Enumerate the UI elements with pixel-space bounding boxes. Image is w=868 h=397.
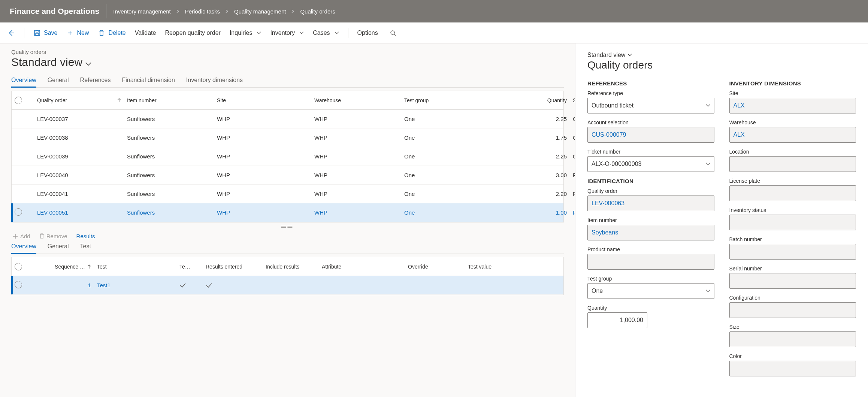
reopen-button[interactable]: Reopen quality order	[165, 30, 221, 36]
ticket-number-select[interactable]: ALX-O-000000003	[587, 156, 714, 172]
field-label: Warehouse	[729, 119, 856, 125]
col-status[interactable]: Status	[570, 97, 575, 103]
field-label: Account selection	[587, 119, 714, 125]
table-row[interactable]: LEV-000051SunflowersWHPWHPOne1.00Pass	[12, 203, 563, 222]
cell-status: Pass	[570, 191, 575, 197]
account-selection-input[interactable]: CUS-000079	[587, 127, 714, 143]
inquiries-menu[interactable]: Inquiries	[230, 30, 261, 36]
col-sequence[interactable]: Sequence …	[34, 264, 94, 270]
detail-view-selector[interactable]: Standard view	[587, 52, 856, 58]
table-row[interactable]: LEV-000039SunflowersWHPWHPOne2.25Open	[12, 147, 563, 166]
product-name-input[interactable]	[587, 254, 714, 270]
cell-test-group: One	[401, 116, 514, 122]
license-plate-input[interactable]	[729, 185, 856, 201]
table-row[interactable]: LEV-000040SunflowersWHPWHPOne3.00Pass	[12, 166, 563, 185]
col-attribute[interactable]: Attribute	[319, 264, 405, 270]
cell-quantity: 2.25	[514, 153, 570, 160]
cell-test[interactable]: Test1	[94, 282, 176, 288]
batch-number-input[interactable]	[729, 244, 856, 260]
tab-overview[interactable]: Overview	[11, 74, 36, 87]
back-button[interactable]	[7, 29, 15, 37]
cell-item-number: Sunflowers	[124, 116, 214, 122]
inventory-status-input[interactable]	[729, 215, 856, 230]
delete-button[interactable]: Delete	[98, 29, 125, 37]
grid-splitter[interactable]: ══	[11, 222, 564, 231]
breadcrumb-item[interactable]: Quality management	[234, 8, 286, 15]
results-button[interactable]: Results	[76, 233, 95, 239]
site-input[interactable]: ALX	[729, 98, 856, 113]
quality-order-input[interactable]: LEV-000063	[587, 196, 714, 211]
col-label: Item number	[127, 97, 157, 103]
field-license-plate: License plate	[729, 178, 856, 201]
field-warehouse: Warehouse ALX	[729, 119, 856, 143]
tab-lines-test[interactable]: Test	[80, 240, 91, 254]
tab-general[interactable]: General	[48, 74, 69, 87]
row-selector[interactable]	[12, 208, 34, 217]
select-all[interactable]	[12, 97, 34, 104]
arrow-left-icon	[7, 29, 15, 37]
breadcrumb-item[interactable]: Inventory management	[113, 8, 170, 15]
cases-menu[interactable]: Cases	[313, 30, 339, 36]
serial-number-input[interactable]	[729, 273, 856, 289]
col-te[interactable]: Te…	[176, 264, 203, 270]
select-all[interactable]	[12, 263, 34, 270]
col-test[interactable]: Test	[94, 264, 176, 270]
page-subtitle: Quality orders	[11, 49, 564, 55]
chevron-down-icon	[299, 31, 304, 34]
col-quality-order[interactable]: Quality order	[34, 97, 124, 103]
col-test-group[interactable]: Test group	[401, 97, 514, 103]
field-site: Site ALX	[729, 90, 856, 113]
table-row[interactable]: LEV-000041SunflowersWHPWHPOne2.20Pass	[12, 185, 563, 203]
inventory-menu[interactable]: Inventory	[270, 30, 304, 36]
tab-lines-overview[interactable]: Overview	[11, 240, 36, 254]
tab-inventory-dimensions[interactable]: Inventory dimensions	[186, 74, 243, 87]
col-label: Warehouse	[314, 97, 341, 103]
col-results-entered[interactable]: Results entered	[203, 264, 263, 270]
breadcrumb-item[interactable]: Periodic tasks	[185, 8, 220, 15]
cell-warehouse: WHP	[311, 116, 401, 122]
quantity-input[interactable]: 1,000.00	[587, 312, 647, 328]
warehouse-input[interactable]: ALX	[729, 127, 856, 143]
col-include-results[interactable]: Include results	[263, 264, 319, 270]
radio-icon	[15, 208, 22, 216]
chevron-down-icon	[627, 54, 632, 57]
remove-line-button[interactable]: Remove	[39, 233, 67, 239]
col-warehouse[interactable]: Warehouse	[311, 97, 401, 103]
page-title-row[interactable]: Standard view	[11, 56, 564, 69]
col-quantity[interactable]: Quantity	[514, 97, 570, 103]
save-button[interactable]: Save	[33, 29, 57, 37]
validate-button[interactable]: Validate	[135, 30, 156, 36]
reference-type-select[interactable]: Outbound ticket	[587, 98, 714, 113]
new-button[interactable]: New	[66, 29, 89, 37]
search-icon	[389, 29, 397, 37]
action-toolbar: Save New Delete Validate Reopen quality …	[0, 22, 868, 43]
col-override[interactable]: Override	[405, 264, 465, 270]
col-label: Override	[408, 264, 428, 270]
configuration-input[interactable]	[729, 302, 856, 318]
col-site[interactable]: Site	[214, 97, 311, 103]
options-button[interactable]: Options	[357, 30, 378, 36]
tab-financial-dimension[interactable]: Financial dimension	[122, 74, 175, 87]
search-button[interactable]	[389, 29, 397, 37]
table-row[interactable]: 1Test1	[12, 276, 563, 295]
col-test-value[interactable]: Test value	[465, 264, 547, 270]
plus-icon	[66, 29, 74, 37]
size-input[interactable]	[729, 331, 856, 347]
check-icon	[179, 283, 200, 288]
breadcrumb-item[interactable]: Quality orders	[300, 8, 335, 15]
table-row[interactable]: LEV-000038SunflowersWHPWHPOne1.75Open	[12, 128, 563, 147]
tab-lines-general[interactable]: General	[48, 240, 69, 254]
options-label: Options	[357, 30, 378, 36]
item-number-input[interactable]: Soybeans	[587, 225, 714, 240]
row-selector[interactable]	[12, 281, 34, 290]
table-row[interactable]: LEV-000037SunflowersWHPWHPOne2.25Open	[12, 110, 563, 128]
add-line-button[interactable]: Add	[13, 233, 30, 239]
col-item-number[interactable]: Item number	[124, 97, 214, 103]
cell-quality-order: LEV-000038	[34, 134, 124, 141]
tab-references[interactable]: References	[80, 74, 111, 87]
field-label: Reference type	[587, 90, 714, 96]
test-group-select[interactable]: One	[587, 283, 714, 299]
app-shell: Finance and Operations Inventory managem…	[0, 0, 868, 397]
location-input[interactable]	[729, 156, 856, 172]
color-input[interactable]	[729, 361, 856, 376]
